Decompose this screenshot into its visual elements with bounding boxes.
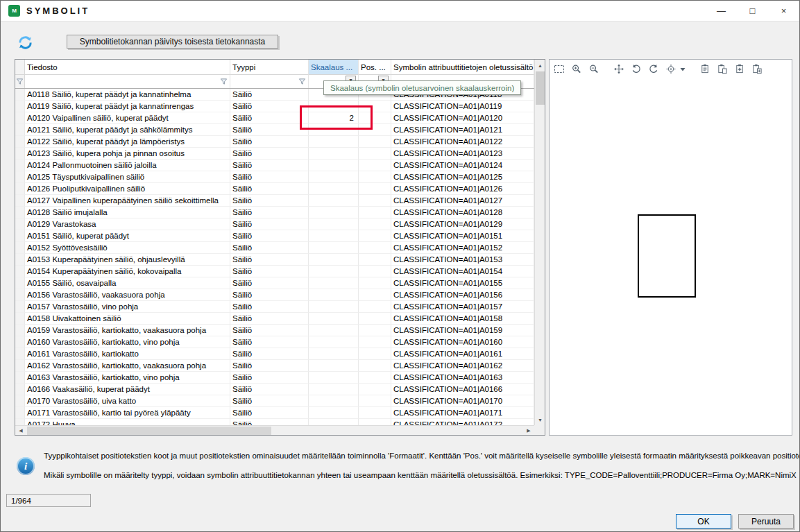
row-selector[interactable] [15,348,25,360]
row-selector[interactable] [15,325,25,336]
table-row[interactable]: A0125 Täysputkivaipallinen säiliö Säiliö… [15,171,534,183]
table-row[interactable]: A0122 Säiliö, kuperat päädyt ja lämpöeri… [15,136,534,148]
row-selector[interactable] [15,372,25,384]
row-selector[interactable] [15,124,25,136]
row-selector[interactable] [15,419,25,425]
vertical-scroll-thumb[interactable] [536,71,545,105]
vertical-scrollbar[interactable]: ▲ ▼ [534,60,545,425]
filter-funnel-icon[interactable] [16,76,24,88]
row-selector[interactable] [15,407,25,419]
minimize-button[interactable]: — [706,1,737,21]
row-selector[interactable] [15,136,25,148]
update-database-button[interactable]: Symbolitietokannan päivitys toisesta tie… [67,35,278,49]
row-selector[interactable] [15,112,25,124]
rotate-cw-icon[interactable] [647,63,660,74]
row-selector[interactable] [15,230,25,242]
row-selector[interactable] [15,254,25,266]
table-row[interactable]: A0158 Uivakattoinen säiliö Säiliö CLASSI… [15,313,534,325]
row-selector[interactable] [15,89,25,101]
horizontal-scrollbar[interactable]: ◀ ▶ [15,425,534,435]
table-row[interactable]: A0124 Pallonmuotoinen säiliö jaloilla Sä… [15,160,534,171]
cell-skaalaus [309,289,359,301]
cancel-button[interactable]: Peruuta [738,514,794,529]
table-row[interactable]: A0155 Säiliö, osavaipalla Säiliö CLASSIF… [15,277,534,289]
table-row[interactable]: A0126 Puoliputkivaipallinen säiliö Säili… [15,183,534,195]
filter-cell-tiedosto[interactable] [25,75,230,88]
row-selector[interactable] [15,242,25,254]
filter-funnel-icon[interactable] [220,76,228,88]
row-selector[interactable] [15,207,25,218]
paste-add-icon[interactable] [751,63,763,74]
zoom-in-icon[interactable] [570,63,583,74]
row-selector[interactable] [15,171,25,183]
sync-icon[interactable] [17,35,33,51]
table-row[interactable]: A0120 Vaipallinen säiliö, kuperat päädyt… [15,112,534,124]
column-header-pos[interactable]: Pos. ... [359,60,391,75]
filter-funnel-icon[interactable] [298,76,306,88]
rotate-ccw-icon[interactable] [630,63,642,74]
cell-tyyppi: Säiliö [230,183,309,195]
cell-attribuutit: CLASSIFICATION=A01|A0124 [391,160,534,171]
table-row[interactable]: A0170 Varastosäiliö, uiva katto Säiliö C… [15,395,534,407]
row-selector[interactable] [15,183,25,195]
table-row[interactable]: A0166 Vaakasäiliö, kuperat päädyt Säiliö… [15,384,534,395]
table-row[interactable]: A0151 Säiliö, kuperat päädyt Säiliö CLAS… [15,230,534,242]
close-button[interactable]: × [768,1,799,21]
row-selector[interactable] [15,336,25,348]
row-selector[interactable] [15,266,25,277]
table-row[interactable]: A0121 Säiliö, kuperat päädyt ja sähköläm… [15,124,534,136]
table-row[interactable]: A0127 Vaipallinen kuperapäätyinen säiliö… [15,195,534,207]
center-icon[interactable] [665,63,677,74]
row-selector[interactable] [15,384,25,395]
copy-icon[interactable] [699,63,711,74]
table-row[interactable]: A0154 Kuperapäätyinen säiliö, kokovaipal… [15,266,534,277]
table-row[interactable]: A0129 Varastokasa Säiliö CLASSIFICATION=… [15,218,534,230]
column-header-tyyppi[interactable]: Tyyppi [230,60,309,75]
table-row[interactable]: A0161 Varastosäiliö, kartiokatto Säiliö … [15,348,534,360]
table-row[interactable]: A0172 Huuva Säiliö CLASSIFICATION=A01|A0… [15,419,534,425]
scroll-up-icon[interactable]: ▲ [535,60,545,71]
row-selector[interactable] [15,148,25,160]
table-row[interactable]: A0123 Säiliö, kupera pohja ja pinnan oso… [15,148,534,160]
filter-cell-tyyppi[interactable] [230,75,309,88]
maximize-button[interactable]: □ [737,1,768,21]
table-row[interactable]: A0157 Varastosäiliö, vino pohja Säiliö C… [15,301,534,313]
table-row[interactable]: A0163 Varastosäiliö, kartiokatto, vino p… [15,372,534,384]
row-selector[interactable] [15,277,25,289]
paste-icon[interactable] [716,63,729,74]
scroll-right-icon[interactable]: ▶ [523,426,534,436]
zoom-out-icon[interactable] [588,63,600,74]
scroll-left-icon[interactable]: ◀ [15,426,26,436]
cell-tyyppi: Säiliö [230,136,309,148]
table-row[interactable]: A0152 Syöttövesisäiliö Säiliö CLASSIFICA… [15,242,534,254]
table-row[interactable]: A0156 Varastosäiliö, vaakasuora pohja Sä… [15,289,534,301]
table-row[interactable]: A0128 Säiliö imujalalla Säiliö CLASSIFIC… [15,207,534,218]
horizontal-scroll-thumb[interactable] [27,427,271,435]
scroll-down-icon[interactable]: ▼ [535,414,545,425]
row-selector[interactable] [15,160,25,171]
table-row[interactable]: A0160 Varastosäiliö, kartiokatto, vino p… [15,336,534,348]
table-row[interactable]: A0162 Varastosäiliö, kartiokatto, vaakas… [15,360,534,372]
row-selector[interactable] [15,301,25,313]
row-selector[interactable] [15,195,25,207]
column-header-skaalaus[interactable]: Skaalaus ... [309,60,359,75]
copy-add-icon[interactable] [733,63,746,74]
ok-button[interactable]: OK [676,514,731,529]
select-rect-icon[interactable] [553,63,565,74]
column-header-tiedosto[interactable]: Tiedosto [25,60,230,75]
pan-icon[interactable] [613,63,625,74]
table-row[interactable]: A0119 Säiliö, kuperat päädyt ja kannatin… [15,101,534,112]
row-selector[interactable] [15,360,25,372]
column-header-attribuutit[interactable]: Symbolin attribuuttitietojen oletussisäl… [391,60,534,75]
table-row[interactable]: A0159 Varastosäiliö, kartiokatto, vaakas… [15,325,534,336]
cell-pos [359,407,391,419]
row-selector[interactable] [15,289,25,301]
row-selector[interactable] [15,218,25,230]
row-selector[interactable] [15,101,25,112]
row-selector[interactable] [15,313,25,325]
table-row[interactable]: A0171 Varastosäiliö, kartio tai pyöreä y… [15,407,534,419]
cell-pos [359,277,391,289]
row-selector[interactable] [15,395,25,407]
table-row[interactable]: A0153 Kuperapäätyinen säiliö, ohjauslevy… [15,254,534,266]
dropdown-icon[interactable] [679,63,686,74]
